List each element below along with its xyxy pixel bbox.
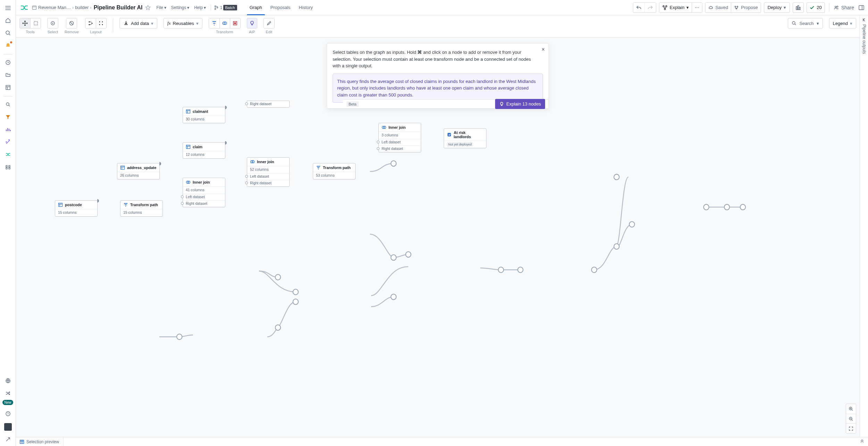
- menu-settings[interactable]: Settings ▾: [169, 5, 191, 11]
- legend-button[interactable]: Legend▾: [829, 18, 856, 28]
- menu-file[interactable]: File ▾: [154, 5, 168, 11]
- home-icon[interactable]: [2, 15, 14, 26]
- collapse-left-icon[interactable]: [862, 17, 867, 22]
- tool-remove[interactable]: [66, 18, 77, 28]
- svg-point-13: [664, 8, 666, 10]
- svg-rect-2: [6, 85, 10, 90]
- deploy-button[interactable]: Deploy▾: [764, 2, 790, 13]
- add-data-button[interactable]: Add data▾: [119, 18, 157, 28]
- svg-point-10: [217, 7, 218, 8]
- cloud-icon: [708, 5, 713, 10]
- chart-icon[interactable]: [2, 124, 14, 135]
- tool-layout-grid[interactable]: [96, 18, 106, 28]
- dataset-icon: [120, 165, 125, 170]
- menu-help[interactable]: Help ▾: [192, 5, 208, 11]
- health-button[interactable]: [793, 2, 804, 13]
- table-icon: [19, 439, 24, 444]
- aip-button[interactable]: [247, 18, 257, 28]
- svg-point-48: [614, 244, 619, 249]
- branch-count[interactable]: 1: [214, 5, 223, 10]
- explain-more-button[interactable]: ⋯: [692, 3, 702, 12]
- pipeline-icon[interactable]: [2, 149, 14, 160]
- svg-point-36: [391, 161, 396, 166]
- graph-canvas[interactable]: ✕ Select tables on the graph as inputs. …: [16, 37, 860, 437]
- explain-nodes-button[interactable]: Explain 13 nodes: [495, 99, 545, 109]
- svg-point-41: [293, 289, 298, 295]
- tool-select[interactable]: [30, 18, 41, 28]
- svg-point-45: [498, 267, 503, 272]
- dataset-icon: [186, 109, 191, 114]
- tab-history[interactable]: History: [295, 0, 317, 15]
- node-join3[interactable]: Inner join 3 columns Left dataset Right …: [378, 123, 421, 152]
- star-icon[interactable]: [144, 4, 151, 11]
- explain-button[interactable]: Explain ▾: [659, 3, 692, 12]
- reusables-button[interactable]: fx Reusables▾: [164, 18, 202, 28]
- download-icon: [123, 20, 129, 26]
- search-button[interactable]: Search▾: [788, 18, 823, 28]
- search-icon[interactable]: [2, 27, 14, 39]
- node-join2[interactable]: Inner join 52 columns Left dataset Right…: [247, 157, 290, 187]
- right-rail[interactable]: Pipeline outputs: [860, 15, 868, 437]
- shuffle-icon[interactable]: [2, 387, 14, 399]
- breadcrumb-folder[interactable]: builder: [75, 5, 89, 10]
- zoom-fit-button[interactable]: [846, 423, 856, 433]
- svg-point-51: [724, 204, 729, 210]
- zoom-out-button[interactable]: [846, 414, 856, 423]
- node-xform1[interactable]: Transform path 15 columns: [120, 200, 163, 217]
- tool-layout-tree[interactable]: [85, 18, 96, 28]
- panel-right-icon[interactable]: [858, 5, 865, 11]
- tool-move[interactable]: [20, 18, 30, 28]
- toolbar-label-remove: Remove: [65, 30, 79, 34]
- filter-icon[interactable]: [2, 111, 14, 123]
- selection-preview-tab[interactable]: Selection preview: [19, 437, 64, 446]
- transform-join[interactable]: [219, 18, 230, 28]
- node-join1[interactable]: Inner join 41 columns Left dataset Right…: [183, 178, 225, 207]
- chevron-right-icon: ›: [90, 5, 91, 10]
- stack-icon[interactable]: [2, 161, 14, 173]
- redo-button[interactable]: [644, 3, 656, 12]
- node-join-top-partial[interactable]: Right dataset: [247, 101, 290, 108]
- node-claimant[interactable]: claimant 30 columns: [183, 107, 225, 123]
- toolbar-label-tools: Tools: [26, 30, 35, 34]
- transform-filter[interactable]: [209, 18, 219, 28]
- svg-point-39: [391, 294, 396, 300]
- close-icon[interactable]: ✕: [541, 47, 545, 52]
- checks-count[interactable]: 20: [807, 2, 825, 13]
- save-propose-group: Saved Propose: [705, 2, 761, 13]
- node-output[interactable]: At risk landlords Not yet deployed: [444, 128, 486, 148]
- toolbar-label-aip: AIP: [249, 30, 255, 34]
- share-button[interactable]: Share: [834, 5, 854, 10]
- history-icon[interactable]: [2, 57, 14, 68]
- beta-tag: Beta: [347, 101, 359, 107]
- tab-proposals[interactable]: Proposals: [266, 0, 295, 15]
- folder-icon[interactable]: [2, 69, 14, 81]
- expand-up-icon[interactable]: [860, 439, 865, 444]
- node-claim[interactable]: claim 12 columns: [183, 142, 225, 159]
- tab-graph[interactable]: Graph: [245, 0, 266, 15]
- zoom-in-button[interactable]: [846, 404, 856, 414]
- expand-icon[interactable]: [2, 434, 14, 445]
- bell-icon[interactable]: [2, 40, 14, 51]
- globe-icon[interactable]: [2, 375, 14, 387]
- tool-target[interactable]: [48, 18, 58, 28]
- inspect-icon[interactable]: [2, 99, 14, 110]
- chevron-right-icon: ›: [72, 5, 74, 10]
- dataset-icon: [186, 144, 191, 149]
- right-rail-label: Pipeline outputs: [862, 24, 867, 54]
- layout-icon[interactable]: [2, 82, 14, 93]
- avatar[interactable]: [4, 423, 12, 431]
- transform-agg[interactable]: [230, 18, 240, 28]
- node-address-update[interactable]: address_update 26 columns: [117, 163, 160, 179]
- node-postcode[interactable]: postcode 15 columns: [55, 200, 98, 217]
- breadcrumb-project[interactable]: Revenue Man…: [32, 5, 71, 10]
- hamburger-icon[interactable]: [2, 2, 14, 14]
- branch-icon: [214, 5, 219, 10]
- undo-button[interactable]: [633, 3, 644, 12]
- propose-button[interactable]: Propose: [731, 3, 760, 12]
- search-icon: [792, 21, 796, 26]
- node-xform2[interactable]: Transform path 53 columns: [313, 163, 356, 179]
- join-icon: [382, 125, 386, 130]
- help-icon[interactable]: ?: [2, 408, 14, 420]
- edit-button[interactable]: [264, 18, 274, 28]
- wand-icon[interactable]: [2, 136, 14, 148]
